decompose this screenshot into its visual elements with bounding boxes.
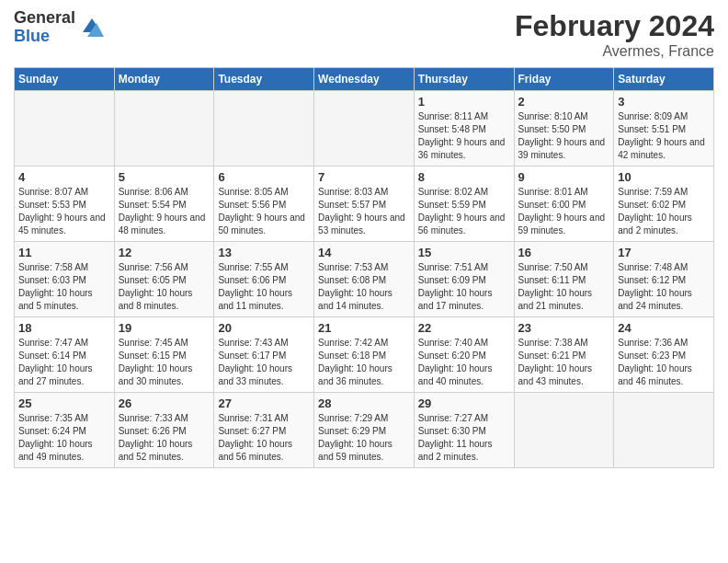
calendar-cell: 8Sunrise: 8:02 AMSunset: 5:59 PMDaylight… bbox=[414, 167, 514, 242]
calendar-cell: 1Sunrise: 8:11 AMSunset: 5:48 PMDaylight… bbox=[414, 91, 514, 167]
day-info: Sunrise: 7:59 AMSunset: 6:02 PMDaylight:… bbox=[618, 186, 710, 237]
day-number: 22 bbox=[418, 321, 510, 335]
calendar-table: SundayMondayTuesdayWednesdayThursdayFrid… bbox=[14, 67, 714, 468]
header-cell-thursday: Thursday bbox=[414, 68, 514, 91]
calendar-cell bbox=[314, 91, 415, 167]
day-info: Sunrise: 8:06 AMSunset: 5:54 PMDaylight:… bbox=[119, 186, 210, 237]
day-number: 25 bbox=[18, 396, 110, 410]
logo-blue: Blue bbox=[14, 28, 75, 46]
calendar-cell: 3Sunrise: 8:09 AMSunset: 5:51 PMDaylight… bbox=[614, 91, 714, 167]
calendar-cell: 5Sunrise: 8:06 AMSunset: 5:54 PMDaylight… bbox=[114, 167, 214, 242]
day-info: Sunrise: 8:01 AMSunset: 6:00 PMDaylight:… bbox=[518, 186, 610, 237]
day-info: Sunrise: 7:31 AMSunset: 6:27 PMDaylight:… bbox=[218, 412, 310, 464]
calendar-cell: 29Sunrise: 7:27 AMSunset: 6:30 PMDayligh… bbox=[414, 393, 514, 468]
day-number: 20 bbox=[218, 321, 310, 335]
day-number: 26 bbox=[119, 396, 210, 410]
day-info: Sunrise: 7:36 AMSunset: 6:23 PMDaylight:… bbox=[618, 337, 710, 388]
header-cell-tuesday: Tuesday bbox=[214, 68, 314, 91]
calendar-cell: 22Sunrise: 7:40 AMSunset: 6:20 PMDayligh… bbox=[414, 317, 514, 393]
day-info: Sunrise: 7:56 AMSunset: 6:05 PMDaylight:… bbox=[119, 261, 210, 313]
day-number: 7 bbox=[318, 170, 410, 184]
calendar-cell: 18Sunrise: 7:47 AMSunset: 6:14 PMDayligh… bbox=[15, 317, 115, 393]
calendar-cell: 11Sunrise: 7:58 AMSunset: 6:03 PMDayligh… bbox=[15, 242, 115, 317]
logo-text: General Blue bbox=[14, 9, 75, 46]
calendar-cell: 9Sunrise: 8:01 AMSunset: 6:00 PMDaylight… bbox=[514, 167, 614, 242]
subtitle: Avermes, France bbox=[515, 43, 714, 60]
page-container: General Blue February 2024 Avermes, Fran… bbox=[0, 0, 728, 477]
day-info: Sunrise: 7:35 AMSunset: 6:24 PMDaylight:… bbox=[18, 412, 110, 464]
calendar-cell bbox=[15, 91, 115, 167]
header-cell-sunday: Sunday bbox=[15, 68, 115, 91]
week-row-4: 25Sunrise: 7:35 AMSunset: 6:24 PMDayligh… bbox=[15, 393, 714, 468]
day-info: Sunrise: 8:07 AMSunset: 5:53 PMDaylight:… bbox=[18, 186, 110, 237]
calendar-cell: 28Sunrise: 7:29 AMSunset: 6:29 PMDayligh… bbox=[314, 393, 415, 468]
day-info: Sunrise: 8:09 AMSunset: 5:51 PMDaylight:… bbox=[618, 110, 710, 162]
day-number: 28 bbox=[318, 396, 410, 410]
day-number: 1 bbox=[418, 95, 510, 109]
calendar-cell: 19Sunrise: 7:45 AMSunset: 6:15 PMDayligh… bbox=[114, 317, 214, 393]
calendar-cell: 16Sunrise: 7:50 AMSunset: 6:11 PMDayligh… bbox=[514, 242, 614, 317]
day-number: 5 bbox=[119, 170, 210, 184]
day-number: 4 bbox=[18, 170, 110, 184]
calendar-cell bbox=[114, 91, 214, 167]
header-cell-saturday: Saturday bbox=[614, 68, 714, 91]
day-info: Sunrise: 7:58 AMSunset: 6:03 PMDaylight:… bbox=[18, 261, 110, 313]
day-number: 8 bbox=[418, 170, 510, 184]
day-number: 24 bbox=[618, 321, 710, 335]
day-number: 2 bbox=[518, 95, 610, 109]
calendar-cell: 7Sunrise: 8:03 AMSunset: 5:57 PMDaylight… bbox=[314, 167, 415, 242]
calendar-cell: 26Sunrise: 7:33 AMSunset: 6:26 PMDayligh… bbox=[114, 393, 214, 468]
day-number: 21 bbox=[318, 321, 410, 335]
day-number: 23 bbox=[518, 321, 610, 335]
day-info: Sunrise: 8:10 AMSunset: 5:50 PMDaylight:… bbox=[518, 110, 610, 162]
calendar-cell: 27Sunrise: 7:31 AMSunset: 6:27 PMDayligh… bbox=[214, 393, 314, 468]
day-number: 11 bbox=[18, 246, 110, 259]
day-info: Sunrise: 7:51 AMSunset: 6:09 PMDaylight:… bbox=[418, 261, 510, 313]
calendar-cell: 13Sunrise: 7:55 AMSunset: 6:06 PMDayligh… bbox=[214, 242, 314, 317]
day-info: Sunrise: 8:05 AMSunset: 5:56 PMDaylight:… bbox=[218, 186, 310, 237]
calendar-cell: 25Sunrise: 7:35 AMSunset: 6:24 PMDayligh… bbox=[15, 393, 115, 468]
calendar-cell: 21Sunrise: 7:42 AMSunset: 6:18 PMDayligh… bbox=[314, 317, 415, 393]
header-row: SundayMondayTuesdayWednesdayThursdayFrid… bbox=[15, 68, 714, 91]
logo-general: General bbox=[14, 9, 75, 28]
header-cell-monday: Monday bbox=[114, 68, 214, 91]
calendar-cell: 4Sunrise: 8:07 AMSunset: 5:53 PMDaylight… bbox=[15, 167, 115, 242]
day-info: Sunrise: 7:38 AMSunset: 6:21 PMDaylight:… bbox=[518, 337, 610, 388]
calendar-cell: 10Sunrise: 7:59 AMSunset: 6:02 PMDayligh… bbox=[614, 167, 714, 242]
day-number: 17 bbox=[618, 246, 710, 259]
day-number: 12 bbox=[119, 246, 210, 259]
day-info: Sunrise: 7:43 AMSunset: 6:17 PMDaylight:… bbox=[218, 337, 310, 388]
calendar-cell: 15Sunrise: 7:51 AMSunset: 6:09 PMDayligh… bbox=[414, 242, 514, 317]
calendar-cell: 17Sunrise: 7:48 AMSunset: 6:12 PMDayligh… bbox=[614, 242, 714, 317]
calendar-cell: 23Sunrise: 7:38 AMSunset: 6:21 PMDayligh… bbox=[514, 317, 614, 393]
day-info: Sunrise: 7:50 AMSunset: 6:11 PMDaylight:… bbox=[518, 261, 610, 313]
calendar-cell: 12Sunrise: 7:56 AMSunset: 6:05 PMDayligh… bbox=[114, 242, 214, 317]
calendar-cell bbox=[614, 393, 714, 468]
week-row-3: 18Sunrise: 7:47 AMSunset: 6:14 PMDayligh… bbox=[15, 317, 714, 393]
logo: General Blue bbox=[14, 9, 106, 46]
week-row-1: 4Sunrise: 8:07 AMSunset: 5:53 PMDaylight… bbox=[15, 167, 714, 242]
calendar-cell bbox=[514, 393, 614, 468]
day-number: 19 bbox=[119, 321, 210, 335]
day-info: Sunrise: 7:45 AMSunset: 6:15 PMDaylight:… bbox=[119, 337, 210, 388]
day-info: Sunrise: 7:55 AMSunset: 6:06 PMDaylight:… bbox=[218, 261, 310, 313]
week-row-2: 11Sunrise: 7:58 AMSunset: 6:03 PMDayligh… bbox=[15, 242, 714, 317]
calendar-cell: 2Sunrise: 8:10 AMSunset: 5:50 PMDaylight… bbox=[514, 91, 614, 167]
day-info: Sunrise: 7:42 AMSunset: 6:18 PMDaylight:… bbox=[318, 337, 410, 388]
day-number: 18 bbox=[18, 321, 110, 335]
day-number: 3 bbox=[618, 95, 710, 109]
day-number: 14 bbox=[318, 246, 410, 259]
day-info: Sunrise: 7:48 AMSunset: 6:12 PMDaylight:… bbox=[618, 261, 710, 313]
day-info: Sunrise: 7:47 AMSunset: 6:14 PMDaylight:… bbox=[18, 337, 110, 388]
calendar-cell: 6Sunrise: 8:05 AMSunset: 5:56 PMDaylight… bbox=[214, 167, 314, 242]
day-number: 10 bbox=[618, 170, 710, 184]
day-number: 16 bbox=[518, 246, 610, 259]
day-info: Sunrise: 8:03 AMSunset: 5:57 PMDaylight:… bbox=[318, 186, 410, 237]
day-info: Sunrise: 7:53 AMSunset: 6:08 PMDaylight:… bbox=[318, 261, 410, 313]
day-number: 29 bbox=[418, 396, 510, 410]
title-block: February 2024 Avermes, France bbox=[515, 9, 714, 60]
day-info: Sunrise: 7:29 AMSunset: 6:29 PMDaylight:… bbox=[318, 412, 410, 464]
calendar-cell: 14Sunrise: 7:53 AMSunset: 6:08 PMDayligh… bbox=[314, 242, 415, 317]
day-number: 13 bbox=[218, 246, 310, 259]
header-cell-wednesday: Wednesday bbox=[314, 68, 415, 91]
